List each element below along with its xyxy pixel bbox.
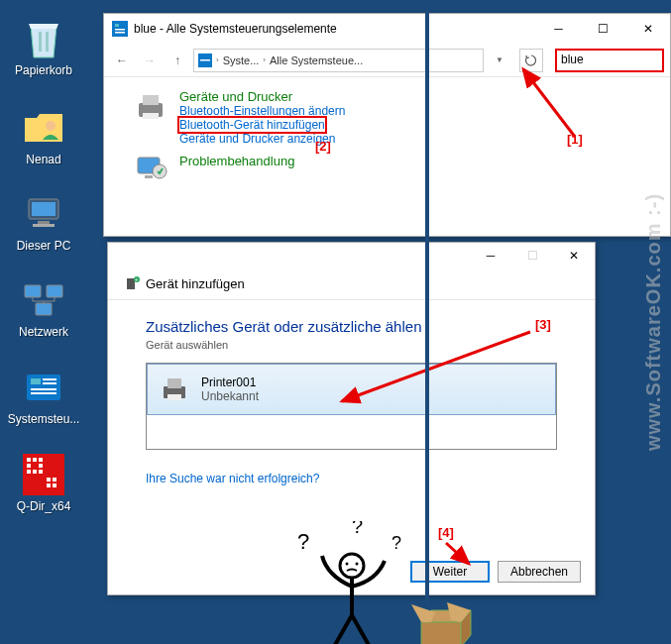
add-device-window: ─ ☐ ✕ + Gerät hinzufügen Zusätzliches Ge…: [107, 242, 596, 595]
svg-rect-17: [27, 458, 31, 462]
maximize-button[interactable]: ☐: [581, 14, 625, 44]
dialog-subtitle: Gerät auswählen: [146, 339, 557, 351]
svg-rect-22: [27, 470, 31, 474]
control-panel-title-icon: [112, 21, 128, 37]
titlebar[interactable]: blue - Alle Systemsteuerungselemente ─ ☐…: [104, 14, 670, 44]
svg-rect-24: [39, 470, 43, 474]
window-title: blue - Alle Systemsteuerungselemente: [134, 22, 536, 36]
svg-rect-34: [200, 59, 210, 61]
svg-rect-7: [25, 285, 41, 297]
svg-rect-32: [115, 32, 125, 34]
svg-rect-14: [31, 388, 56, 390]
up-button[interactable]: ↑: [166, 49, 189, 72]
cancel-button[interactable]: Abbrechen: [498, 561, 581, 583]
svg-rect-1: [46, 32, 49, 52]
svg-rect-4: [32, 202, 56, 216]
svg-rect-9: [36, 303, 52, 315]
back-button[interactable]: ←: [110, 49, 134, 72]
svg-rect-13: [43, 382, 56, 384]
svg-rect-28: [53, 483, 56, 487]
maximize-button: ☐: [511, 243, 553, 268]
link-add-bluetooth-device[interactable]: Bluetooth-Gerät hinzufügen: [179, 118, 325, 132]
recycle-bin-icon: [23, 18, 64, 59]
user-folder-icon: [23, 107, 64, 149]
cp-item-devices-printers: Geräte und Drucker Bluetooth-Einstellung…: [134, 89, 640, 146]
svg-point-2: [46, 121, 56, 131]
breadcrumb-part[interactable]: Alle Systemsteue...: [270, 54, 363, 66]
minimize-button[interactable]: ─: [536, 14, 581, 44]
device-name: Printer001: [201, 376, 259, 389]
next-button[interactable]: Weiter: [410, 561, 490, 583]
close-button[interactable]: ✕: [625, 14, 670, 44]
dialog-head-text: Gerät hinzufügen: [146, 276, 245, 291]
breadcrumb-part[interactable]: Syste...: [223, 54, 260, 66]
svg-rect-0: [39, 32, 42, 52]
search-input[interactable]: blue: [555, 49, 664, 72]
desktop-icon-network[interactable]: Netzwerk: [6, 279, 81, 339]
svg-rect-18: [33, 458, 37, 462]
svg-rect-8: [47, 285, 62, 297]
svg-line-57: [335, 615, 352, 644]
control-panel-icon: [198, 54, 212, 67]
svg-rect-12: [43, 378, 56, 380]
navigation-bar: ← → ↑ › Syste... › Alle Systemsteue... ▼…: [104, 44, 670, 77]
dialog-title: Zusätzliches Gerät oder zusätzliche ähle…: [146, 318, 557, 335]
desktop-icon-control-panel[interactable]: Systemsteu...: [6, 367, 81, 426]
svg-rect-37: [143, 113, 159, 119]
svg-text:+: +: [135, 276, 138, 282]
svg-rect-23: [33, 470, 37, 474]
forward-button[interactable]: →: [138, 49, 162, 72]
svg-rect-45: [168, 378, 181, 388]
svg-rect-6: [33, 224, 55, 227]
svg-rect-15: [31, 392, 56, 394]
refresh-button[interactable]: [519, 49, 543, 72]
device-status: Unbekannt: [201, 389, 259, 403]
minimize-button[interactable]: ─: [470, 243, 511, 268]
cp-item-troubleshooting: Problembehandlung: [134, 154, 640, 187]
svg-rect-26: [53, 478, 56, 482]
desktop-icon-recycle-bin[interactable]: Papierkorb: [6, 18, 81, 77]
desktop-icon-this-pc[interactable]: Dieser PC: [6, 193, 81, 253]
svg-rect-39: [145, 175, 153, 178]
breadcrumb[interactable]: › Syste... › Alle Systemsteue...: [193, 49, 484, 72]
cp-category-title: Geräte und Drucker: [179, 89, 345, 104]
network-icon: [23, 279, 64, 321]
this-pc-icon: [23, 193, 64, 235]
svg-line-58: [352, 615, 369, 644]
svg-rect-31: [115, 29, 125, 31]
control-panel-window: blue - Alle Systemsteuerungselemente ─ ☐…: [103, 13, 671, 237]
devices-printers-icon: [134, 89, 168, 123]
link-search-unsuccessful[interactable]: Ihre Suche war nicht erfolgreich?: [146, 472, 319, 485]
link-show-devices-printers[interactable]: Geräte und Drucker anzeigen: [179, 132, 345, 146]
svg-rect-27: [47, 483, 51, 487]
svg-point-40: [153, 164, 167, 178]
device-item[interactable]: Printer001 Unbekannt: [147, 364, 556, 415]
qdir-icon: [23, 454, 64, 495]
link-bluetooth-settings[interactable]: Bluetooth-Einstellungen ändern: [179, 104, 345, 118]
svg-rect-46: [168, 394, 181, 400]
desktop-icon-qdir[interactable]: Q-Dir_x64: [6, 454, 81, 513]
svg-rect-20: [27, 464, 31, 468]
control-panel-icon: [23, 367, 64, 408]
cp-category-title: Problembehandlung: [179, 154, 294, 168]
troubleshooting-icon: [134, 154, 168, 187]
device-icon: +: [124, 275, 140, 291]
svg-rect-41: [127, 278, 135, 289]
printer-icon: [158, 373, 191, 406]
svg-rect-30: [115, 24, 119, 27]
svg-rect-10: [27, 375, 60, 400]
svg-rect-19: [39, 458, 43, 462]
svg-rect-25: [47, 478, 51, 482]
svg-rect-21: [39, 464, 43, 468]
desktop-icon-user-folder[interactable]: Nenad: [6, 107, 81, 166]
dialog-header: + Gerät hinzufügen: [108, 268, 595, 300]
svg-rect-11: [31, 378, 41, 384]
svg-rect-5: [38, 221, 50, 224]
device-list: Printer001 Unbekannt: [146, 363, 557, 450]
close-button[interactable]: ✕: [553, 243, 595, 268]
history-dropdown-button[interactable]: ▼: [488, 49, 511, 72]
svg-rect-36: [143, 95, 159, 105]
titlebar[interactable]: ─ ☐ ✕: [108, 243, 595, 268]
